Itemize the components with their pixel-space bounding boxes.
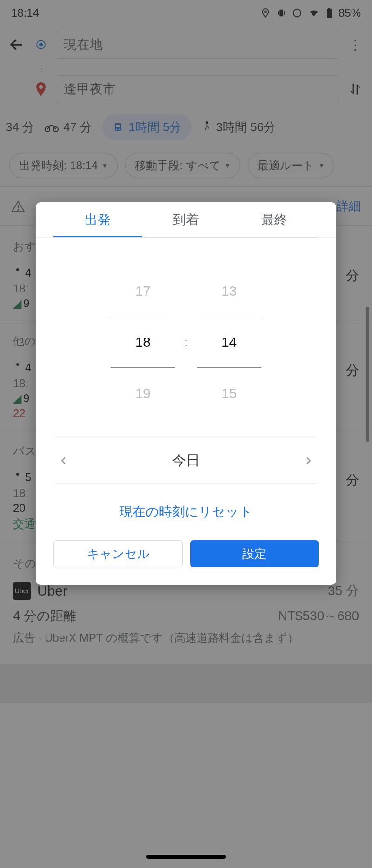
tab-arrive[interactable]: 到着 xyxy=(142,202,230,237)
hour-wheel[interactable]: 17 18 19 xyxy=(111,265,175,419)
scroll-indicator xyxy=(366,307,369,442)
nav-handle[interactable] xyxy=(146,855,226,859)
time-picker: 17 18 19 : 13 14 15 xyxy=(36,238,336,437)
set-button[interactable]: 設定 xyxy=(190,540,319,567)
prev-day-button[interactable] xyxy=(54,451,73,470)
date-label[interactable]: 今日 xyxy=(172,451,200,470)
reset-time-link[interactable]: 現在の時刻にリセット xyxy=(36,484,336,540)
time-picker-dialog: 出発 到着 最終 17 18 19 : 13 14 15 今日 現在の時刻にリセ… xyxy=(36,202,336,585)
date-selector: 今日 xyxy=(54,437,318,484)
next-day-button[interactable] xyxy=(299,451,318,470)
dialog-tabbar: 出発 到着 最終 xyxy=(36,202,336,238)
dialog-buttons: キャンセル 設定 xyxy=(36,540,336,585)
tab-last[interactable]: 最終 xyxy=(230,202,319,237)
time-colon: : xyxy=(184,335,187,350)
tab-depart[interactable]: 出発 xyxy=(53,202,142,237)
minute-wheel[interactable]: 13 14 15 xyxy=(197,265,261,419)
cancel-button[interactable]: キャンセル xyxy=(53,540,183,567)
